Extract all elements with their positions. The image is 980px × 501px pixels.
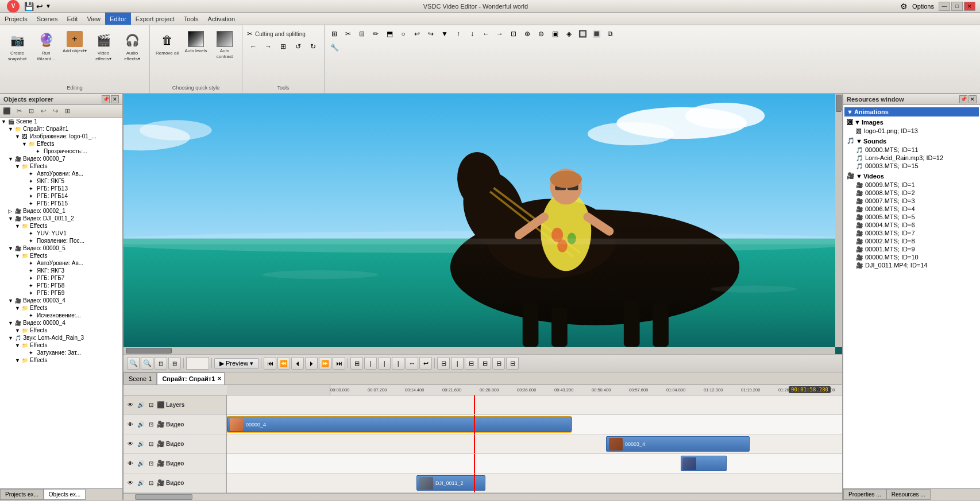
layers-visibility-btn[interactable]: 👁 bbox=[126, 401, 135, 410]
tree-item-effects-4[interactable]: ▼ 📁 Effects bbox=[0, 252, 122, 259]
tree-item-rgb14[interactable]: ✦ РГБ: РГБ14 bbox=[0, 192, 122, 200]
tree-item-autolevels2[interactable]: ✦ АвтоУровни: Ав... bbox=[0, 259, 122, 267]
expand-icon-effects2[interactable]: ▼ bbox=[15, 164, 22, 169]
panel-tab-objects[interactable]: Objects ex... bbox=[44, 489, 86, 500]
tree-item-video5[interactable]: ▼ 🎥 Видео: 00000_5 bbox=[0, 244, 122, 252]
tree-item-rgb8[interactable]: ✦ РГБ: РГБ8 bbox=[0, 282, 122, 289]
stb-btn-3[interactable]: ⊡ bbox=[25, 106, 37, 116]
tree-item-disappear[interactable]: ✦ Исчезновение:... bbox=[0, 312, 122, 319]
zoom-out-button[interactable]: 🔍 bbox=[127, 357, 140, 370]
tree-item-rgb7[interactable]: ✦ РГБ: РГБ7 bbox=[0, 274, 122, 282]
panel-close-button[interactable]: ✕ bbox=[111, 95, 119, 103]
menu-editor[interactable]: Editor bbox=[105, 13, 131, 25]
timeline-btn-8[interactable]: | bbox=[451, 357, 464, 370]
redo-cut-button[interactable]: ↻ bbox=[307, 40, 319, 53]
auto-levels-button[interactable]: Auto levels bbox=[182, 29, 210, 56]
preview-vscrollbar[interactable] bbox=[835, 94, 842, 347]
tree-item-video3-4[interactable]: ▼ 🎥 Видео: 00003_4 bbox=[0, 297, 122, 304]
tree-item-sprite[interactable]: ▼ 📁 Спрайт: Спрайт1 bbox=[0, 125, 122, 133]
sprite-tab-close[interactable]: ✕ bbox=[217, 376, 222, 382]
tree-item-scene1[interactable]: ▼ 🎬 Scene 1 bbox=[0, 118, 122, 125]
tree-item-transparency[interactable]: ✦ Прозрачность:... bbox=[0, 147, 122, 155]
res-group-sounds-header[interactable]: 🎵 ▼ Sounds bbox=[844, 136, 979, 146]
tb-icon-4[interactable]: ✏ bbox=[369, 28, 382, 40]
quick-access-save[interactable]: 💾 bbox=[24, 2, 34, 11]
tree-item-appear[interactable]: ✦ Появление: Пос... bbox=[0, 237, 122, 244]
res-item-vid-4[interactable]: 🎥 00006.MTS; ID=4 bbox=[844, 205, 979, 213]
expand-icon-video34[interactable]: ▼ bbox=[8, 298, 15, 304]
res-item-logo[interactable]: 🖼 logo-01.png; ID=13 bbox=[844, 127, 979, 135]
expand-icon-video2[interactable]: ▷ bbox=[8, 208, 15, 214]
timeline-tab-scene1[interactable]: Scene 1 bbox=[124, 372, 157, 385]
cut-right-button[interactable]: → bbox=[262, 40, 275, 53]
remove-all-button[interactable]: 🗑 Remove all bbox=[153, 29, 181, 59]
res-item-vid-5[interactable]: 🎥 00005.MTS; ID=5 bbox=[844, 213, 979, 221]
zoom-select-button[interactable]: ⊟ bbox=[168, 357, 181, 370]
tb-icon-16[interactable]: ⊖ bbox=[535, 28, 547, 40]
tree-item-effects-2[interactable]: ▼ 📁 Effects bbox=[0, 162, 122, 170]
tree-item-effects-6[interactable]: ▼ 📁 Effects bbox=[0, 327, 122, 334]
layers-lock-btn[interactable]: ⊡ bbox=[146, 401, 156, 410]
tree-item-autolevels[interactable]: ✦ АвтоУровни: Ав... bbox=[0, 170, 122, 177]
tb-icon-12[interactable]: ← bbox=[480, 28, 492, 40]
menu-activation[interactable]: Activation bbox=[203, 13, 240, 25]
tree-item-video-dji[interactable]: ▼ 🎥 Видео: DJI_0011_2 bbox=[0, 215, 122, 222]
tb-icon-19[interactable]: 🔲 bbox=[576, 28, 589, 40]
tree-item-video2[interactable]: ▷ 🎥 Видео: 00002_1 bbox=[0, 207, 122, 215]
video1-audio-btn[interactable]: 🔊 bbox=[136, 420, 145, 429]
tree-item-effects-5[interactable]: ▼ 📁 Effects bbox=[0, 304, 122, 312]
tb-icon-17[interactable]: ▣ bbox=[549, 28, 561, 40]
video1-visibility-btn[interactable]: 👁 bbox=[126, 420, 135, 429]
run-wizard-button[interactable]: 🔮 Run Wizard... bbox=[32, 29, 60, 64]
resources-close-btn[interactable]: ✕ bbox=[969, 95, 977, 103]
res-group-videos-header[interactable]: 🎥 ▼ Videos bbox=[844, 171, 979, 181]
res-item-vid-7[interactable]: 🎥 00003.MTS; ID=7 bbox=[844, 229, 979, 237]
close-button[interactable]: ✕ bbox=[964, 2, 975, 11]
tb-icon-18[interactable]: ◈ bbox=[562, 28, 575, 40]
create-snapshot-button[interactable]: 📷 Create snapshot bbox=[3, 29, 31, 64]
timeline-scroll-thumb[interactable] bbox=[135, 494, 192, 500]
track-area[interactable]: 00000_4 00003_4 bbox=[227, 395, 842, 493]
audio-effects-button[interactable]: 🎧 Audio effects▾ bbox=[118, 29, 146, 64]
res-item-vid-6[interactable]: 🎥 00004.MTS; ID=6 bbox=[844, 221, 979, 229]
res-item-sound-1[interactable]: 🎵 00000.MTS; ID=11 bbox=[844, 146, 979, 154]
timeline-btn-9[interactable]: ⊟ bbox=[465, 357, 477, 370]
timeline-btn-12[interactable]: ⊟ bbox=[506, 357, 519, 370]
res-item-sound-3[interactable]: 🎵 00003.MTS; ID=15 bbox=[844, 162, 979, 170]
menu-view[interactable]: View bbox=[82, 13, 105, 25]
tree-item-effects-8[interactable]: ▼ 📁 Effects bbox=[0, 356, 122, 364]
tree-item-effects-7[interactable]: ▼ 📁 Effects bbox=[0, 341, 122, 349]
res-item-vid-dji[interactable]: 🎥 DJI_0011.MP4; ID=14 bbox=[844, 261, 979, 269]
stb-btn-4[interactable]: ↩ bbox=[37, 106, 49, 116]
video2-audio-btn[interactable]: 🔊 bbox=[136, 440, 145, 449]
expand-icon-effects3[interactable]: ▼ bbox=[15, 223, 22, 229]
tb-icon-15[interactable]: ⊕ bbox=[521, 28, 534, 40]
tb-icon-5[interactable]: ⬒ bbox=[383, 28, 396, 40]
menu-scenes[interactable]: Scenes bbox=[32, 13, 63, 25]
res-item-vid-1[interactable]: 🎥 00009.MTS; ID=1 bbox=[844, 181, 979, 189]
menu-tools[interactable]: Tools bbox=[179, 13, 203, 25]
tree-item-rgb9[interactable]: ✦ РГБ: РГБ9 bbox=[0, 289, 122, 297]
go-to-end-button[interactable]: ⏭ bbox=[333, 357, 345, 370]
minimize-button[interactable]: — bbox=[939, 2, 950, 11]
video4-visibility-btn[interactable]: 👁 bbox=[126, 479, 135, 488]
layers-audio-btn[interactable]: 🔊 bbox=[136, 401, 145, 410]
video4-audio-btn[interactable]: 🔊 bbox=[136, 479, 145, 488]
go-to-start-button[interactable]: ⏮ bbox=[264, 357, 276, 370]
timeline-hscrollbar[interactable] bbox=[124, 493, 842, 500]
video-effects-button[interactable]: 🎬 Video effects▾ bbox=[90, 29, 117, 64]
timeline-tab-sprite[interactable]: Спрайт: Спрайт1 ✕ bbox=[157, 372, 225, 385]
tree-item-effects-1[interactable]: ▼ 📁 Effects bbox=[0, 140, 122, 147]
quick-access-undo[interactable]: ↩ bbox=[36, 2, 43, 11]
tb-icon-10[interactable]: ↑ bbox=[452, 28, 465, 40]
video2-lock-btn[interactable]: ⊡ bbox=[146, 440, 156, 449]
expand-icon-effects6[interactable]: ▼ bbox=[15, 328, 22, 333]
timeline-btn-4[interactable]: | bbox=[392, 357, 404, 370]
tb-icon-22[interactable]: 🔧 bbox=[328, 41, 341, 54]
timeline-btn-10[interactable]: ⊟ bbox=[479, 357, 491, 370]
tb-icon-9[interactable]: ▼ bbox=[438, 28, 451, 40]
prev-frame-button[interactable]: ⏪ bbox=[277, 357, 290, 370]
tb-icon-8[interactable]: ↪ bbox=[425, 28, 437, 40]
clip-small[interactable] bbox=[681, 456, 727, 471]
preview-hscrollbar[interactable] bbox=[124, 347, 835, 354]
